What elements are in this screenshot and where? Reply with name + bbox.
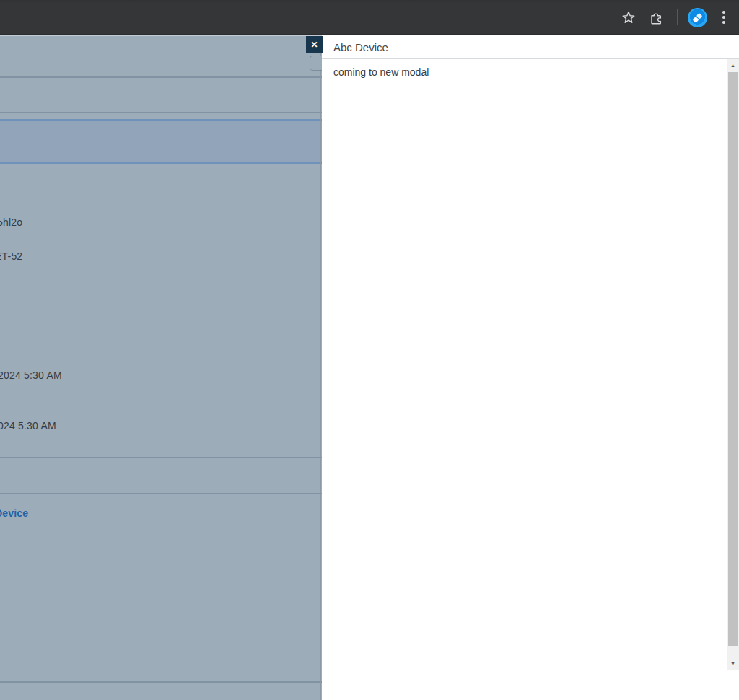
scroll-up-icon[interactable]: ▲	[727, 59, 739, 71]
row-divider	[0, 457, 322, 458]
toolbar-separator	[677, 9, 678, 25]
cell-text-fragment: 5hl2o	[0, 216, 22, 228]
timestamp-fragment: 2024 5:30 AM	[0, 369, 62, 381]
scrollbar-thumb[interactable]	[728, 72, 738, 646]
browser-toolbar	[0, 0, 739, 35]
modal-body: coming to new modal	[322, 59, 727, 700]
modal-title: Abc Device	[333, 41, 388, 53]
device-link[interactable]: Device	[0, 507, 28, 519]
modal-scrollbar[interactable]: ▲ ▼	[727, 59, 739, 670]
background-page: 5hl2o ET-52 2024 5:30 AM 024 5:30 AM Dev…	[0, 35, 322, 700]
browser-menu-kebab-icon[interactable]	[713, 6, 735, 28]
cell-text-fragment: ET-52	[0, 250, 22, 262]
bookmark-star-icon[interactable]	[618, 6, 639, 28]
extensions-icon[interactable]	[645, 6, 667, 28]
selected-table-row[interactable]	[0, 119, 322, 164]
close-icon: ✕	[310, 40, 318, 49]
modal-body-text: coming to new modal	[333, 66, 429, 78]
device-modal: Abc Device coming to new modal ▲ ▼	[322, 35, 739, 700]
row-divider	[0, 112, 322, 113]
row-divider	[0, 681, 322, 683]
hidden-button-corner	[310, 56, 322, 71]
timestamp-fragment: 024 5:30 AM	[0, 420, 56, 432]
profile-avatar[interactable]	[688, 8, 707, 27]
toolbar-actions	[618, 0, 735, 35]
scroll-down-icon[interactable]: ▼	[727, 657, 739, 670]
modal-close-button[interactable]: ✕	[306, 36, 323, 53]
page-top-edge	[0, 35, 322, 36]
row-divider	[0, 76, 322, 78]
table-edge-line	[320, 53, 321, 700]
row-divider	[0, 493, 322, 494]
